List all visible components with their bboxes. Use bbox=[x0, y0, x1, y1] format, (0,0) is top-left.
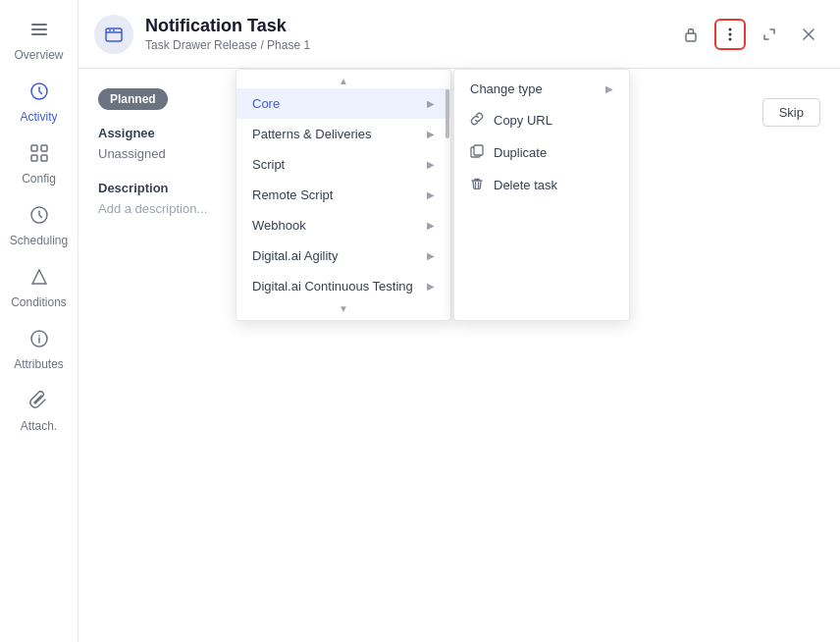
delete-task-left: Delete task bbox=[470, 177, 557, 193]
svg-point-12 bbox=[109, 29, 111, 31]
header-actions bbox=[675, 19, 824, 50]
dropdown-overlay: ▲ Core ▶ Patterns & Deliveries ▶ Script … bbox=[236, 69, 630, 321]
sidebar-item-label: Conditions bbox=[11, 295, 67, 309]
svg-point-15 bbox=[729, 27, 732, 30]
dropdown-item-duplicate[interactable]: Duplicate bbox=[454, 136, 629, 169]
sidebar-item-label: Attach. bbox=[21, 419, 57, 433]
chevron-right-icon: ▶ bbox=[427, 98, 435, 109]
attach-icon bbox=[29, 391, 49, 415]
chevron-right-icon: ▶ bbox=[427, 281, 435, 292]
dropdown-item-label: Digital.ai Agility bbox=[252, 248, 338, 263]
chevron-right-icon: ▶ bbox=[427, 220, 435, 231]
overview-icon bbox=[29, 20, 49, 44]
dropdown-item-copy-url[interactable]: Copy URL bbox=[454, 104, 629, 136]
sidebar-item-overview[interactable]: Overview bbox=[0, 10, 78, 72]
dropdown-item-label: Patterns & Deliveries bbox=[252, 127, 371, 141]
svg-point-16 bbox=[729, 32, 732, 35]
dropdown-item-webhook[interactable]: Webhook ▶ bbox=[236, 210, 450, 241]
dropdown-item-label: Core bbox=[252, 96, 280, 111]
svg-rect-1 bbox=[31, 28, 47, 30]
chevron-right-icon: ▶ bbox=[427, 129, 435, 139]
link-icon bbox=[470, 112, 484, 129]
header-left: Notification Task Task Drawer Release / … bbox=[94, 15, 310, 54]
dropdown-item-continuous-testing[interactable]: Digital.ai Continuous Testing ▶ bbox=[236, 271, 450, 301]
change-type-left: Change type bbox=[470, 81, 543, 96]
svg-rect-7 bbox=[41, 155, 47, 161]
svg-rect-0 bbox=[31, 24, 47, 26]
dropdown-item-core[interactable]: Core ▶ bbox=[236, 88, 450, 119]
sidebar-item-label: Overview bbox=[14, 48, 63, 62]
config-icon bbox=[29, 143, 49, 168]
dropdown-item-script[interactable]: Script ▶ bbox=[236, 149, 450, 180]
skip-button[interactable]: Skip bbox=[762, 98, 820, 127]
scroll-down-icon[interactable]: ▼ bbox=[339, 303, 348, 314]
task-icon bbox=[94, 15, 133, 54]
chevron-right-icon: ▶ bbox=[427, 250, 435, 261]
close-button[interactable] bbox=[793, 19, 824, 50]
svg-rect-4 bbox=[31, 145, 37, 151]
type-dropdown: ▲ Core ▶ Patterns & Deliveries ▶ Script … bbox=[236, 69, 451, 321]
chevron-right-icon: ▶ bbox=[605, 83, 613, 94]
sidebar-item-scheduling[interactable]: Scheduling bbox=[0, 195, 78, 257]
svg-rect-19 bbox=[474, 145, 483, 155]
dropdown-item-change-type[interactable]: Change type ▶ bbox=[454, 74, 629, 104]
expand-button[interactable] bbox=[754, 19, 785, 50]
conditions-icon bbox=[29, 267, 49, 292]
scroll-up-icon[interactable]: ▲ bbox=[339, 76, 348, 86]
attributes-icon bbox=[29, 329, 49, 353]
dropdown-item-label: Script bbox=[252, 157, 285, 172]
svg-point-13 bbox=[113, 29, 115, 31]
copy-url-left: Copy URL bbox=[470, 112, 552, 129]
svg-rect-5 bbox=[41, 145, 47, 151]
status-badge: Planned bbox=[98, 88, 168, 110]
svg-rect-14 bbox=[686, 33, 696, 41]
scrollbar[interactable] bbox=[445, 70, 450, 320]
svg-point-17 bbox=[729, 37, 732, 40]
svg-rect-6 bbox=[31, 155, 37, 161]
sidebar: Overview Activity Config bbox=[0, 0, 79, 642]
sidebar-item-label: Scheduling bbox=[10, 234, 68, 247]
breadcrumb: Task Drawer Release / Phase 1 bbox=[145, 38, 310, 52]
dropdown-item-label: Copy URL bbox=[494, 113, 552, 128]
dropdown-item-delete-task[interactable]: Delete task bbox=[454, 169, 629, 201]
skip-button-area: Skip bbox=[762, 98, 820, 127]
header-title-area: Notification Task Task Drawer Release / … bbox=[145, 16, 310, 52]
trash-icon bbox=[470, 177, 484, 193]
activity-icon bbox=[29, 81, 49, 106]
sidebar-item-label: Config bbox=[22, 172, 56, 186]
sidebar-item-config[interactable]: Config bbox=[0, 134, 78, 195]
sidebar-item-attach[interactable]: Attach. bbox=[0, 381, 78, 443]
header: Notification Task Task Drawer Release / … bbox=[79, 0, 840, 69]
page-title: Notification Task bbox=[145, 16, 310, 36]
sidebar-item-label: Attributes bbox=[14, 357, 64, 371]
sidebar-item-conditions[interactable]: Conditions bbox=[0, 257, 78, 319]
dropdown-item-label: Remote Script bbox=[252, 187, 333, 202]
dropdown-item-label: Duplicate bbox=[494, 145, 547, 160]
svg-rect-2 bbox=[31, 33, 47, 35]
duplicate-icon bbox=[470, 144, 484, 161]
chevron-right-icon: ▶ bbox=[427, 189, 435, 200]
svg-point-10 bbox=[38, 335, 40, 337]
sidebar-item-activity[interactable]: Activity bbox=[0, 72, 78, 134]
sidebar-item-label: Activity bbox=[20, 110, 57, 124]
actions-dropdown: Change type ▶ Copy URL bbox=[453, 69, 630, 321]
dropdown-item-label: Change type bbox=[470, 81, 543, 96]
lock-button[interactable] bbox=[675, 19, 707, 50]
dropdown-item-remote-script[interactable]: Remote Script ▶ bbox=[236, 180, 450, 210]
duplicate-left: Duplicate bbox=[470, 144, 547, 161]
more-options-button[interactable] bbox=[714, 19, 746, 50]
dropdown-item-label: Digital.ai Continuous Testing bbox=[252, 279, 413, 294]
dropdown-item-label: Webhook bbox=[252, 218, 306, 233]
dropdown-item-agility[interactable]: Digital.ai Agility ▶ bbox=[236, 241, 450, 271]
chevron-right-icon: ▶ bbox=[427, 159, 435, 170]
scheduling-icon bbox=[29, 205, 49, 230]
sidebar-item-attributes[interactable]: Attributes bbox=[0, 319, 78, 381]
dropdown-item-label: Delete task bbox=[494, 178, 557, 192]
dropdown-item-patterns[interactable]: Patterns & Deliveries ▶ bbox=[236, 119, 450, 149]
